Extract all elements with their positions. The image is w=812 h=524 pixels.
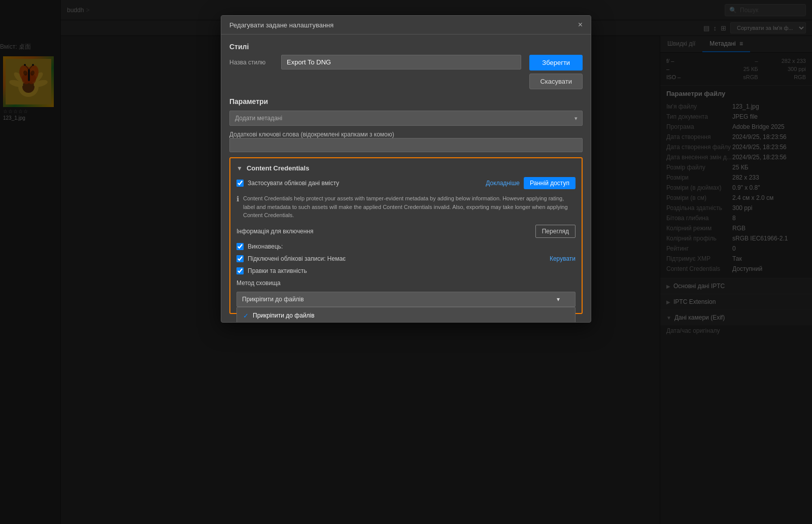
cc-title: Content Credentials	[247, 164, 310, 172]
cc-info-text: Content Credentials help protect your as…	[243, 194, 576, 220]
info-icon: ℹ	[236, 195, 239, 203]
style-name-row: Назва стилю	[229, 55, 521, 69]
cc-info-box: ℹ Content Credentials help protect your …	[236, 194, 576, 220]
cc-early-access-button[interactable]: Ранній доступ	[524, 177, 576, 189]
cc-inclusion-label: Інформація для включення	[236, 228, 314, 235]
cc-edits-checkbox[interactable]	[236, 267, 244, 274]
cc-edits-row: Правки та активність	[236, 267, 576, 274]
cc-chevron-icon[interactable]: ▼	[236, 165, 243, 172]
params-title: Параметри	[229, 97, 583, 106]
params-section: Параметри Додати метадані ▾ Додаткові кл…	[229, 97, 583, 314]
modal-overlay: Редагувати задане налаштування × Стилі Н…	[0, 0, 812, 524]
cc-edits-label: Правки та активність	[248, 267, 307, 274]
cc-method-selected[interactable]: Прикріпити до файлів ▾	[236, 292, 576, 307]
cc-method-arrow-icon: ▾	[557, 296, 560, 303]
style-and-actions: Стилі Назва стилю Зберегти Скасувати	[229, 43, 583, 89]
keywords-input[interactable]	[229, 138, 583, 152]
style-name-input[interactable]	[281, 55, 521, 69]
dialog: Редагувати задане налаштування × Стилі Н…	[221, 15, 591, 323]
cc-apply-label: Застосувати облікові дані вмісту	[248, 180, 482, 187]
keywords-section: Додаткові ключові слова (відокремлені кр…	[229, 131, 583, 152]
save-button[interactable]: Зберегти	[529, 55, 583, 71]
dialog-actions: Зберегти Скасувати	[529, 43, 583, 89]
cc-apply-row: Застосувати облікові дані вмісту Докладн…	[236, 177, 576, 189]
cc-linked-row: Підключені облікові записи: Немає Керува…	[236, 255, 576, 262]
dialog-body: Стилі Назва стилю Зберегти Скасувати Пар…	[221, 34, 591, 322]
cc-producer-row: Виконавець:	[236, 243, 576, 250]
style-name-label: Назва стилю	[229, 59, 275, 66]
cc-method-option-1[interactable]: ✓ Прикріпити до файлів	[237, 307, 575, 322]
cc-producer-checkbox[interactable]	[236, 243, 244, 250]
cc-section: ▼ Content Credentials Застосувати обліко…	[229, 157, 583, 314]
cc-preview-button[interactable]: Перегляд	[535, 225, 576, 238]
cc-method-label: Метод сховища	[236, 280, 576, 287]
add-metadata-select[interactable]: Додати метадані	[229, 111, 583, 126]
dialog-title: Редагувати задане налаштування	[229, 21, 333, 29]
cc-method-dropdown-container[interactable]: Прикріпити до файлів ▾ ✓ Прикріпити до ф…	[236, 292, 576, 307]
dialog-header: Редагувати задане налаштування ×	[221, 16, 591, 34]
cancel-button[interactable]: Скасувати	[529, 74, 583, 89]
dialog-close-button[interactable]: ×	[578, 21, 583, 29]
cc-producer-label: Виконавець:	[248, 243, 283, 250]
cc-method-selected-text: Прикріпити до файлів	[242, 296, 304, 303]
cc-manage-link[interactable]: Керувати	[550, 255, 576, 262]
cc-linked-checkbox[interactable]	[236, 255, 244, 262]
checkmark-icon: ✓	[243, 312, 249, 320]
cc-learn-more-link[interactable]: Докладніше	[486, 180, 520, 187]
cc-method-dropdown-menu: ✓ Прикріпити до файлів Публікувати в хма…	[236, 307, 576, 322]
cc-inclusion-row: Інформація для включення Перегляд	[236, 225, 576, 238]
style-section-title: Стилі	[229, 43, 521, 51]
cc-apply-checkbox[interactable]	[236, 180, 244, 187]
keywords-label: Додаткові ключові слова (відокремлені кр…	[229, 131, 583, 138]
cc-method-option-1-label: Прикріпити до файлів	[253, 312, 315, 319]
style-section: Стилі Назва стилю	[229, 43, 521, 89]
cc-linked-label: Підключені облікові записи: Немає	[248, 255, 546, 262]
add-metadata-wrapper: Додати метадані ▾	[229, 111, 583, 126]
cc-header: ▼ Content Credentials	[236, 164, 576, 172]
